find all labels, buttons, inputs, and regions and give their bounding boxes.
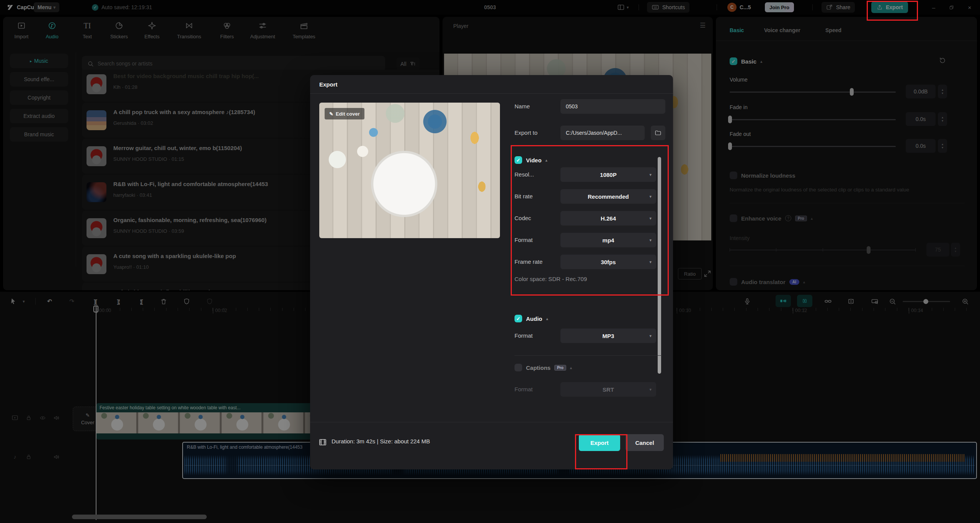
- audio-format-label: Format: [514, 332, 533, 339]
- captions-format-label: Format: [514, 386, 533, 392]
- chevron-down-icon: ▾: [649, 387, 652, 392]
- browse-folder-button[interactable]: [651, 126, 665, 140]
- collapse-icon[interactable]: ▴: [546, 316, 549, 321]
- cancel-button[interactable]: Cancel: [626, 434, 664, 451]
- annotation-export-confirm: [575, 434, 627, 469]
- audio-checkbox[interactable]: ✓: [514, 315, 522, 322]
- export-info-text: Duration: 3m 42s | Size: about 224 MB: [332, 438, 430, 445]
- audio-format-dropdown[interactable]: MP3▾: [560, 329, 656, 343]
- edit-cover-button[interactable]: ✎ Edit cover: [325, 108, 364, 119]
- audio-section-header: ✓ Audio ▴: [514, 315, 548, 322]
- audio-section-label: Audio: [526, 315, 542, 322]
- captions-section-header: Captions Pro ▴: [514, 364, 572, 371]
- captions-checkbox[interactable]: [514, 364, 522, 371]
- edit-icon: ✎: [329, 111, 333, 117]
- audio-format-value: MP3: [603, 333, 614, 339]
- annotation-export-top: [867, 1, 918, 21]
- annotation-video-settings: [511, 145, 669, 296]
- divider: [310, 93, 673, 94]
- cover-preview: ✎ Edit cover: [319, 103, 500, 238]
- divider: [310, 422, 673, 422]
- dialog-title: Export: [319, 81, 338, 88]
- captions-format-dropdown: SRT▾: [560, 382, 656, 397]
- divider: [514, 355, 662, 356]
- name-label: Name: [514, 103, 530, 110]
- captions-format-value: SRT: [603, 386, 614, 393]
- pro-badge: Pro: [554, 365, 566, 371]
- collapse-icon[interactable]: ▴: [570, 365, 572, 370]
- captions-section-label: Captions: [526, 364, 550, 371]
- export-to-input[interactable]: C:/Users/Jason/AppD...: [560, 126, 645, 140]
- film-icon: [318, 438, 327, 446]
- export-to-label: Export to: [514, 129, 537, 136]
- chevron-down-icon: ▾: [649, 333, 652, 338]
- name-input[interactable]: 0503: [560, 99, 665, 114]
- edit-cover-label: Edit cover: [336, 111, 360, 117]
